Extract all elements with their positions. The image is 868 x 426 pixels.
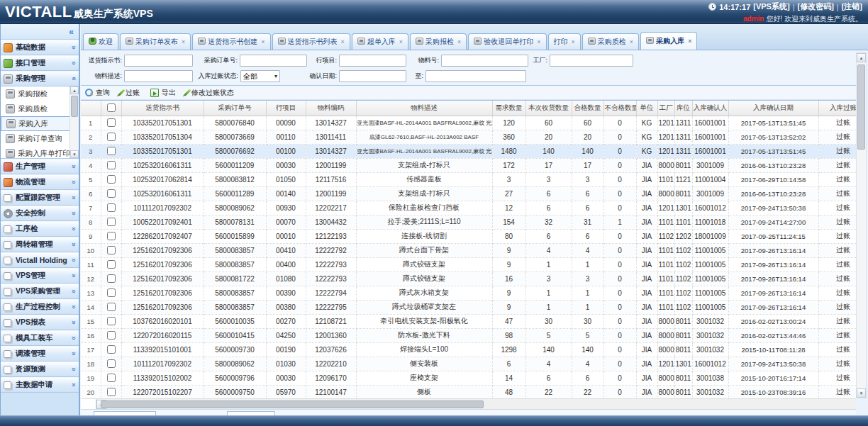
column-header-采购订单号[interactable]: 采购订单号 xyxy=(204,101,266,116)
column-header-行项目[interactable]: 行项目 xyxy=(266,101,306,116)
link-vps-system[interactable]: [VPS系统] xyxy=(753,1,789,12)
column-header-本次收货数量[interactable]: 本次收货数量 xyxy=(525,101,572,116)
row-checkbox[interactable] xyxy=(107,218,116,226)
table-row[interactable]: 210335201705130458000736690011013011411底… xyxy=(81,130,856,144)
row-checkbox[interactable] xyxy=(107,232,116,240)
row-checkbox[interactable] xyxy=(107,303,116,311)
sidebar-subitem-采购订单查询[interactable]: 采购订单查询 xyxy=(1,131,79,146)
row-checkbox[interactable] xyxy=(107,161,116,169)
factory-input[interactable] xyxy=(550,55,633,67)
column-header-入库过账[interactable]: 入库过账 xyxy=(818,101,856,116)
post-status-select[interactable]: 全部 ▾ xyxy=(240,70,280,82)
table-row[interactable]: 1112516201709230658000838570040012222793… xyxy=(81,257,856,271)
sidebar-group-安全控制[interactable]: 安全控制 « xyxy=(1,206,79,221)
table-row[interactable]: 1612207201602011556000104150425012001360… xyxy=(81,328,856,342)
close-tab-icon[interactable]: × xyxy=(537,39,540,45)
vertical-scrollbar[interactable]: ▲ ▼ xyxy=(856,52,867,398)
row-checkbox[interactable] xyxy=(107,260,116,269)
column-header-送货指示书[interactable]: 送货指示书 xyxy=(121,101,204,116)
table-row[interactable]: 310335201705130158000766920010013014327亚… xyxy=(81,144,856,158)
sidebar-group-接口管理[interactable]: 接口管理 « xyxy=(1,55,79,71)
sidebar-group-主数据申请[interactable]: 主数据申请 « xyxy=(1,377,79,393)
confirm-date-input[interactable] xyxy=(339,70,406,82)
sidebar-group-调漆管理[interactable]: 调漆管理 « xyxy=(1,346,79,361)
row-checkbox[interactable] xyxy=(107,374,116,382)
export-button[interactable]: 导出 xyxy=(150,88,176,98)
close-tab-icon[interactable]: × xyxy=(572,39,575,45)
sidebar-group-生产管理[interactable]: 生产管理 « xyxy=(1,159,79,174)
table-row[interactable]: 1911339201510200256000097960003012096170… xyxy=(81,371,856,385)
row-checkbox[interactable] xyxy=(107,274,116,283)
sidebar-group-VPS报表[interactable]: VPS报表 « xyxy=(1,315,79,330)
link-logout[interactable]: [注销] xyxy=(842,1,862,12)
line-item-input[interactable] xyxy=(339,55,406,67)
row-checkbox[interactable] xyxy=(107,175,116,184)
sidebar-group-工序检[interactable]: 工序检 « xyxy=(1,221,79,237)
select-all-checkbox[interactable] xyxy=(107,103,116,112)
material-no-input[interactable] xyxy=(441,55,528,67)
tab-采购质检[interactable]: 采购质检 × xyxy=(582,33,639,50)
scroll-down-icon[interactable]: ▼ xyxy=(857,388,866,398)
close-tab-icon[interactable]: × xyxy=(261,39,265,45)
table-row[interactable]: 410253201606131156000112090003012001199支… xyxy=(81,158,856,172)
column-header-合格数量[interactable]: 合格数量 xyxy=(572,101,603,116)
tab-验收退回单打印[interactable]: 验收退回单打印 × xyxy=(468,33,546,50)
delivery-note-input[interactable] xyxy=(124,55,193,67)
row-checkbox[interactable] xyxy=(107,189,116,198)
submenu-scrollbar[interactable]: ▲▼ xyxy=(69,86,79,158)
sidebar-group-周转箱管理[interactable]: 周转箱管理 « xyxy=(1,237,79,252)
table-row[interactable]: 110335201705130158000768400009013014327亚… xyxy=(81,116,856,130)
scroll-up-icon[interactable]: ▲ xyxy=(70,86,79,94)
row-checkbox[interactable] xyxy=(107,118,116,127)
date-to-input[interactable] xyxy=(425,70,526,82)
link-change-password[interactable]: [修改密码] xyxy=(797,1,833,12)
sidebar-group-模具工装车[interactable]: 模具工装车 « xyxy=(1,330,79,346)
vertical-scroll-thumb[interactable] xyxy=(857,65,865,150)
table-row[interactable]: 1510376201602010156000100350027012108721… xyxy=(81,314,856,328)
table-row[interactable]: 1012516201709230658000838570041012222792… xyxy=(81,243,856,257)
table-row[interactable]: 912286201709240756000158990001012122193连… xyxy=(81,229,856,243)
sidebar-group-VPS管理[interactable]: VPS管理 « xyxy=(1,268,79,284)
material-desc-input[interactable] xyxy=(124,70,193,82)
column-header-物料编码[interactable]: 物料编码 xyxy=(306,101,356,116)
row-checkbox[interactable] xyxy=(107,246,116,254)
table-row[interactable]: 810052201709240158000781310007013004432拉… xyxy=(81,215,856,229)
collapse-sidebar-icon[interactable]: « xyxy=(69,28,74,36)
submenu-scroll-thumb[interactable] xyxy=(71,96,78,117)
row-checkbox[interactable] xyxy=(107,331,116,340)
close-tab-icon[interactable]: × xyxy=(341,39,345,45)
sidebar-subitem-采购质检[interactable]: 采购质检 xyxy=(1,101,79,116)
scroll-down-icon[interactable]: ▼ xyxy=(70,150,79,158)
column-header-单位[interactable]: 单位 xyxy=(636,101,657,116)
tab-欢迎[interactable]: 欢迎 xyxy=(83,33,118,50)
column-header-需求数量[interactable]: 需求数量 xyxy=(492,101,525,116)
close-tab-icon[interactable]: × xyxy=(182,39,185,45)
close-tab-icon[interactable]: × xyxy=(688,38,691,45)
column-header-工厂[interactable]: 工厂 xyxy=(657,101,674,116)
row-checkbox[interactable] xyxy=(107,147,116,155)
close-tab-icon[interactable]: × xyxy=(399,39,403,45)
horizontal-scroll-thumb[interactable] xyxy=(101,400,484,408)
sidebar-subitem-采购入库[interactable]: 采购入库 xyxy=(1,116,79,131)
sidebar-subitem-采购报检[interactable]: 采购报检 xyxy=(1,86,79,101)
po-number-input[interactable] xyxy=(240,55,307,67)
sidebar-group-VPS采购管理[interactable]: VPS采购管理 « xyxy=(1,284,79,299)
row-checkbox[interactable] xyxy=(107,359,116,368)
sidebar-subitem-采购入库单打印[interactable]: 采购入库单打印 xyxy=(1,146,79,159)
sidebar-group-采购管理[interactable]: 采购管理 « xyxy=(1,71,79,86)
table-row[interactable]: 1810111201709230258000890620103012202210… xyxy=(81,357,856,371)
tab-送货指示书创建[interactable]: 送货指示书创建 × xyxy=(192,33,270,50)
tab-采购入库[interactable]: 采购入库 × xyxy=(640,32,697,50)
table-row[interactable]: 1312516201709230658000838570039012222794… xyxy=(81,286,856,300)
table-row[interactable]: 710111201709230258000890620093012202217保… xyxy=(81,201,856,215)
row-checkbox[interactable] xyxy=(107,345,116,354)
table-row[interactable]: 1412516201709230658000838570038012222795… xyxy=(81,300,856,314)
table-row[interactable]: 610253201606131156000112890014012001199支… xyxy=(81,186,856,201)
query-button[interactable]: 查询 xyxy=(85,88,110,98)
table-row[interactable]: 510253201706281458000838120105012117516传… xyxy=(81,172,856,186)
sidebar-group-Victall Holding[interactable]: Victall Holding « xyxy=(1,252,79,268)
row-checkbox[interactable] xyxy=(107,388,116,396)
sidebar-group-基础数据[interactable]: 基础数据 « xyxy=(1,40,79,55)
column-header-入库确认日期[interactable]: 入库确认日期 xyxy=(728,101,818,116)
column-header-物料描述[interactable]: 物料描述 xyxy=(356,101,492,116)
